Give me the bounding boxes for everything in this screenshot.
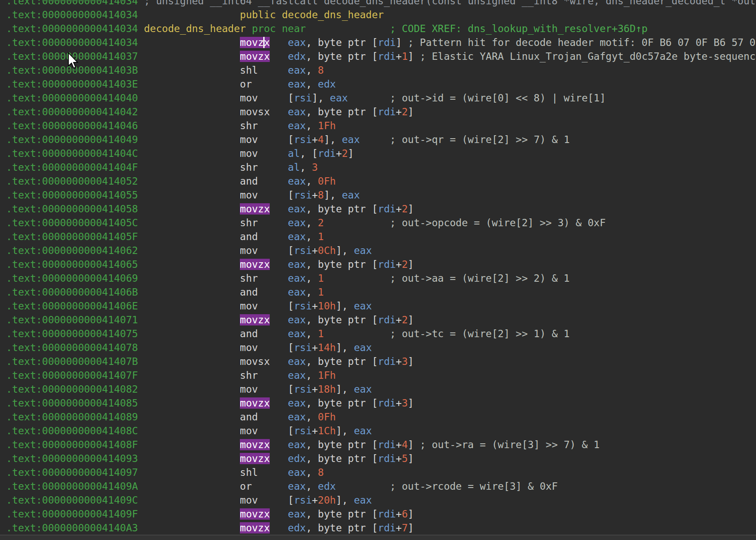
operands: eax, 8 [288,467,324,478]
address: .text:000000000041406E [6,300,138,312]
number-token: 10h [318,300,336,312]
address: .text:000000000041408F [6,439,138,450]
register-token: eax [288,397,306,409]
number-token: 3 [402,397,408,409]
operands: eax, byte ptr [rdi+2] [288,314,414,325]
mnemonic: mov [240,92,258,104]
number-token: 1Fh [318,120,336,131]
disasm-line[interactable]: .text:0000000000414062 mov [rsi+0Ch], ea… [6,244,756,257]
mnemonic: or [240,481,252,492]
operands: eax, byte ptr [rdi+2] [288,106,414,117]
disasm-line[interactable]: .text:0000000000414042 movsx eax, byte p… [6,105,756,119]
number-token: 0Fh [318,411,336,423]
mnemonic: movzx [240,51,270,62]
mnemonic: and [240,286,258,298]
number-token: 18h [318,384,336,395]
disasm-line[interactable]: .text:000000000041409A or eax, edx ; out… [6,479,756,493]
disasm-line[interactable]: .text:0000000000414034 public decode_dns… [6,8,756,22]
operands: al, 3 [288,162,318,173]
disasm-line[interactable]: .text:0000000000414040 mov [rsi], eax ; … [6,91,756,105]
operands: eax, 0Fh [288,411,336,423]
disasm-line[interactable]: .text:0000000000414034 decode_dns_header… [6,22,756,36]
disasm-line[interactable]: .text:000000000041403E or eax, edx [6,77,756,91]
disasm-line[interactable]: .text:000000000041405F and eax, 1 [6,230,756,244]
disasm-line[interactable]: .text:000000000041406B and eax, 1 [6,285,756,299]
address: .text:0000000000414034 [6,0,138,7]
disasm-line[interactable]: .text:000000000041407B movsx eax, byte p… [6,355,756,368]
disasm-line[interactable]: .text:000000000041404F shr al, 3 [6,160,756,174]
register-token: eax [288,106,306,117]
disasm-line[interactable]: .text:000000000041407F shr eax, 1Fh [6,368,756,382]
disasm-line[interactable]: .text:0000000000414078 mov [rsi+14h], ea… [6,341,756,355]
operands: eax, byte ptr [rdi] [288,37,402,48]
number-token: 8 [318,467,324,478]
disasm-line[interactable]: .text:0000000000414049 mov [rsi+4], eax … [6,133,756,146]
disasm-line[interactable]: .text:000000000041404C mov al, [rdi+2] [6,146,756,160]
disasm-line[interactable]: .text:0000000000414058 movzx eax, byte p… [6,202,756,216]
disasm-line[interactable]: .text:000000000041408C mov [rsi+1Ch], ea… [6,424,756,438]
disasm-line[interactable]: .text:000000000041408F movzx eax, byte p… [6,438,756,452]
disasm-line[interactable]: .text:000000000041406E mov [rsi+10h], ea… [6,299,756,313]
status-sync-indicator: (Synchronized with Pseudocode-A) [268,537,444,540]
function-name: decode_dns_header [144,23,246,34]
number-token: 1 [318,231,324,242]
mnemonic: mov [240,148,258,159]
register-token: edx [318,78,336,90]
disasm-line[interactable]: .text:0000000000414052 and eax, 0Fh [6,174,756,188]
register-token: eax [288,273,306,284]
xref-comment: ; CODE XREF: dns_lookup_with_resolver+36… [390,23,647,34]
disasm-line[interactable]: .text:000000000041403B shl eax, 8 [6,63,756,77]
register-token: edx [288,51,306,62]
disasm-line[interactable]: .text:0000000000414085 movzx eax, byte p… [6,396,756,410]
operands: eax, 1Fh [288,370,336,381]
register-token: eax [288,176,306,187]
disassembly-listing[interactable]: .text:0000000000414034 ; unsigned __int6… [6,0,756,535]
instruction-comment: ; out->qr = (wire[2] >> 7) & 1 [390,134,569,145]
disasm-line[interactable]: .text:000000000041405C shr eax, 2 ; out-… [6,216,756,230]
register-token: eax [288,259,306,270]
mnemonic: mov [240,342,258,353]
register-token: eax [288,439,306,450]
operands: eax, byte ptr [rdi+4] [288,439,414,450]
address: .text:000000000041408C [6,425,138,436]
disasm-line[interactable]: .text:0000000000414071 movzx eax, byte p… [6,313,756,327]
register-token: rsi [294,189,312,201]
disasm-line[interactable]: .text:0000000000414093 movzx edx, byte p… [6,452,756,465]
register-token: al [288,162,300,173]
disasm-line[interactable]: .text:0000000000414069 shr eax, 1 ; out-… [6,271,756,285]
register-token: eax [288,217,306,228]
address: .text:000000000041404C [6,148,138,159]
mnemonic: shr [240,217,258,228]
mouse-cursor [68,52,80,70]
disasm-line[interactable]: .text:0000000000414046 shr eax, 1Fh [6,119,756,133]
address: .text:0000000000414075 [6,328,138,339]
operands: eax, byte ptr [rdi+3] [288,397,414,409]
disasm-line[interactable]: .text:0000000000414034 movzx eax, byte p… [6,36,756,49]
operands: [rsi+14h], eax [288,342,372,353]
number-token: 2 [402,203,408,215]
disasm-line[interactable]: .text:0000000000414055 mov [rsi+8], eax [6,188,756,202]
number-token: 0Fh [318,176,336,187]
disasm-line[interactable]: .text:0000000000414034 ; unsigned __int6… [6,0,756,8]
disasm-line[interactable]: .text:0000000000414089 and eax, 0Fh [6,410,756,424]
register-token: eax [354,425,372,436]
disasm-line[interactable]: .text:0000000000414075 and eax, 1 ; out-… [6,327,756,341]
disasm-line[interactable]: .text:000000000041409F movzx eax, byte p… [6,507,756,521]
register-token: rdi [378,522,396,533]
disasm-line[interactable]: .text:00000000004140A3 movzx edx, byte p… [6,521,756,535]
disasm-line[interactable]: .text:000000000041409C mov [rsi+20h], ea… [6,493,756,507]
operands: [rsi+20h], eax [288,494,372,506]
disasm-line[interactable]: .text:0000000000414097 shl eax, 8 [6,465,756,479]
register-token: eax [288,203,306,215]
address: .text:0000000000414040 [6,92,138,104]
disasm-line[interactable]: .text:0000000000414037 movzx edx, byte p… [6,49,756,63]
instruction-comment: ; Elastic YARA Linux_Trojan_Gafgyt_d0c57… [420,51,756,62]
disasm-line[interactable]: .text:0000000000414065 movzx eax, byte p… [6,257,756,271]
register-token: eax [288,78,306,90]
operands: eax, byte ptr [rdi+2] [288,259,414,270]
disasm-line[interactable]: .text:0000000000414082 mov [rsi+18h], ea… [6,382,756,396]
number-token: 1 [318,328,324,339]
address: .text:0000000000414082 [6,384,138,395]
mnemonic: and [240,411,258,423]
number-token: 2 [402,259,408,270]
